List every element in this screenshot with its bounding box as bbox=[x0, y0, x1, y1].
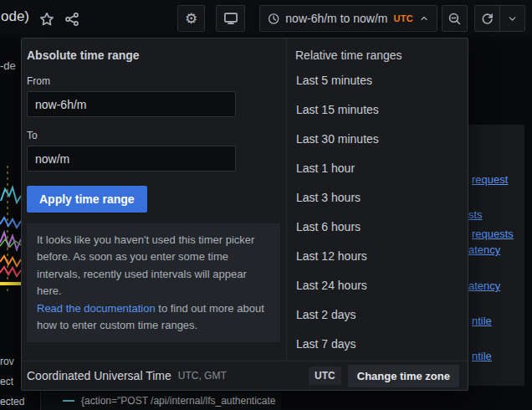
time-range-picker-button[interactable]: now-6h/m to now/m UTC bbox=[259, 5, 437, 32]
time-zone-footer: Coordinated Universal Time UTC, GMT UTC … bbox=[22, 361, 468, 390]
relative-range-option[interactable]: Last 7 days bbox=[287, 330, 468, 359]
cycle-view-mode-button[interactable] bbox=[216, 5, 245, 32]
read-documentation-link[interactable]: Read the documentation bbox=[37, 302, 156, 315]
clock-icon bbox=[268, 13, 279, 25]
background-panel: requeststsrequestsatencyatencyntilentile bbox=[468, 125, 524, 386]
background-link-fragment[interactable]: ntile bbox=[472, 315, 492, 327]
to-label: To bbox=[27, 130, 276, 141]
chevron-up-icon bbox=[419, 13, 429, 23]
from-input[interactable] bbox=[27, 91, 236, 117]
utc-badge: UTC bbox=[309, 366, 341, 385]
chevron-down-icon bbox=[507, 13, 518, 24]
legend-series-label[interactable]: {action="POST /api/internal/lfs_authenti… bbox=[81, 395, 276, 407]
relative-range-option[interactable]: Last 24 hours bbox=[287, 271, 468, 300]
from-label: From bbox=[27, 75, 276, 87]
star-icon bbox=[39, 12, 54, 27]
background-link-fragment[interactable]: ntile bbox=[472, 350, 492, 362]
clipped-legend-label: ect bbox=[0, 376, 13, 387]
dashboard-title-fragment: ode) bbox=[1, 8, 29, 25]
background-link-fragment[interactable]: atency bbox=[468, 279, 500, 292]
zoom-out-icon bbox=[448, 12, 462, 26]
refresh-dashboard-button[interactable] bbox=[475, 6, 500, 31]
graph-legend-row: {action="POST /api/internal/lfs_authenti… bbox=[40, 392, 281, 410]
time-picker-dropdown: Absolute time range From To Apply time r… bbox=[21, 38, 468, 391]
relative-section-title: Relative time ranges bbox=[287, 38, 468, 66]
timezone-detail: UTC, GMT bbox=[178, 370, 227, 382]
background-link-fragment[interactable]: sts bbox=[468, 208, 483, 221]
timezone-name: Coordinated Universal Time bbox=[27, 369, 171, 382]
background-link-fragment[interactable]: request bbox=[472, 173, 508, 186]
relative-range-option[interactable]: Last 15 minutes bbox=[287, 95, 468, 125]
clipped-legend-label: rov bbox=[0, 356, 14, 367]
absolute-time-range-section: Absolute time range From To Apply time r… bbox=[22, 38, 286, 361]
relative-range-list: Last 5 minutesLast 15 minutesLast 30 min… bbox=[287, 66, 468, 359]
share-dashboard-button[interactable] bbox=[64, 11, 80, 28]
clipped-legend-label: ected bbox=[0, 396, 24, 407]
refresh-icon bbox=[480, 12, 494, 26]
absolute-section-title: Absolute time range bbox=[27, 49, 276, 62]
dashboard-toolbar: ode) ⚙ now-6h/m to now/m UTC bbox=[0, 0, 532, 37]
refresh-split-button bbox=[474, 5, 525, 32]
recent-ranges-info-box: It looks like you haven't used this time… bbox=[27, 223, 280, 342]
relative-time-ranges-section: Relative time ranges Last 5 minutesLast … bbox=[286, 38, 468, 361]
gear-icon: ⚙ bbox=[185, 12, 197, 26]
monitor-icon bbox=[223, 11, 238, 26]
legend-series-swatch bbox=[63, 400, 74, 402]
change-time-zone-button[interactable]: Change time zone bbox=[348, 365, 459, 387]
timeseries-graph-fragment bbox=[0, 166, 21, 291]
background-link-fragment[interactable]: atency bbox=[468, 243, 500, 256]
relative-range-option[interactable]: Last 1 hour bbox=[287, 154, 468, 183]
to-input[interactable] bbox=[27, 146, 236, 172]
time-zone-label: UTC bbox=[393, 13, 413, 23]
apply-time-range-button[interactable]: Apply time range bbox=[27, 186, 147, 213]
relative-range-option[interactable]: Last 2 days bbox=[287, 300, 468, 330]
relative-range-option[interactable]: Last 6 hours bbox=[287, 213, 468, 242]
time-range-label: now-6h/m to now/m bbox=[285, 12, 387, 25]
relative-range-option[interactable]: Last 3 hours bbox=[287, 183, 468, 213]
refresh-interval-dropdown[interactable] bbox=[500, 6, 524, 31]
clipped-breadcrumb-text: -de bbox=[0, 59, 16, 72]
zoom-out-time-button[interactable] bbox=[442, 5, 468, 32]
relative-range-option[interactable]: Last 5 minutes bbox=[287, 66, 468, 95]
background-link-fragment[interactable]: requests bbox=[472, 228, 514, 240]
share-icon bbox=[64, 12, 79, 27]
info-text: It looks like you haven't used this time… bbox=[37, 233, 254, 297]
relative-range-option[interactable]: Last 30 minutes bbox=[287, 125, 468, 154]
relative-range-option[interactable]: Last 12 hours bbox=[287, 242, 468, 271]
star-dashboard-button[interactable] bbox=[38, 11, 55, 28]
dashboard-settings-button[interactable]: ⚙ bbox=[177, 5, 205, 32]
